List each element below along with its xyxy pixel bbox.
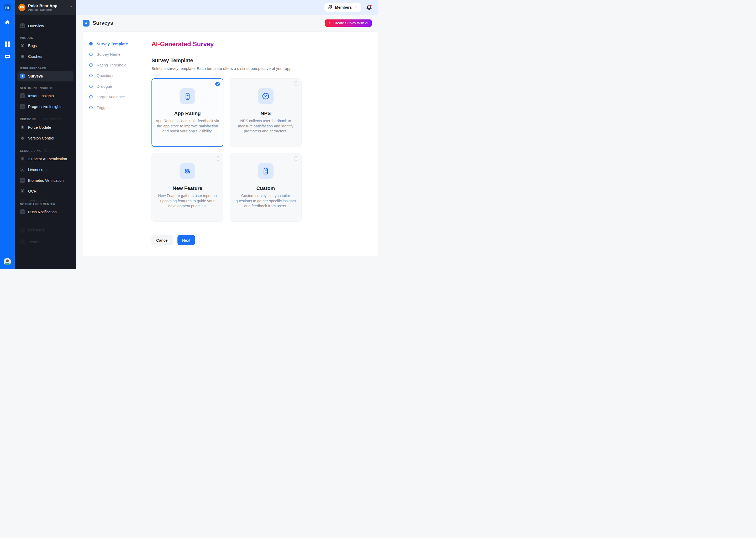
radio-unselected[interactable] [294, 81, 299, 86]
fingerprint-icon [20, 178, 25, 183]
step-survey-template[interactable]: Survey Template [89, 38, 145, 49]
ocr-scan-icon [20, 188, 25, 193]
page-title: Surveys [93, 20, 113, 26]
sidebar-item-progressive-insights[interactable]: Progressive Insights [17, 101, 73, 112]
step-dot [89, 63, 93, 67]
sidebar-item-instant-insights[interactable]: Instant Insights [17, 90, 73, 101]
shield-lock-icon [20, 156, 25, 161]
section-description: Select a survey template. Each template … [152, 66, 368, 71]
next-button[interactable]: Next [177, 235, 195, 245]
app-switcher[interactable]: PB Polar Bear App Android, SandBox [15, 0, 76, 15]
overview-icon [20, 24, 25, 28]
survey-wizard-panel: Survey Template Survey Name Rating Thres… [83, 31, 378, 256]
wizard-stepper: Survey Template Survey Name Rating Thres… [83, 31, 145, 256]
template-title: App Rating [152, 111, 223, 116]
app-root: PB PB Polar Bear App Android, SandBox [0, 0, 378, 269]
ghost-icon [20, 198, 25, 204]
chat-icon[interactable] [4, 54, 11, 60]
chevron-down-icon [354, 5, 358, 10]
wizard-content: AI-Generated Survey Survey Template Sele… [145, 31, 378, 256]
template-card-app-rating[interactable]: App Rating App Rating collects user feed… [152, 78, 223, 147]
members-icon [328, 4, 333, 10]
step-questions[interactable]: Questions [89, 71, 145, 81]
ghost-icon [20, 228, 25, 233]
phone-rating-icon [179, 88, 195, 104]
main-area: Members Surveys ✦ Create Survey With AI [76, 0, 378, 269]
app-avatar: PB [19, 4, 25, 11]
page-header: Surveys ✦ Create Survey With AI [76, 15, 378, 31]
ghost-item-testers: Testers [17, 237, 73, 247]
section-label-sentiment-insights: SENTIMENT INSIGHTS [20, 86, 71, 89]
sidebar-item-force-update[interactable]: Force Update [17, 122, 73, 133]
workspace-logo[interactable]: PB [4, 4, 11, 11]
bell-icon [20, 209, 25, 214]
step-dot [89, 74, 93, 77]
template-title: NPS [230, 111, 301, 116]
clipboard-icon [258, 163, 273, 179]
workspace: Survey Template Survey Name Rating Thres… [76, 31, 378, 269]
template-description: New Feature gathers user input on upcomi… [155, 193, 220, 209]
ghost-item-test-suites: Test Suites [17, 196, 73, 205]
step-dot [89, 106, 93, 109]
crash-icon [20, 54, 25, 59]
step-rating-threshold[interactable]: Rating Threshold [89, 60, 145, 71]
template-grid: App Rating App Rating collects user feed… [152, 78, 368, 222]
ghost-item-releases: Releases [17, 225, 73, 235]
radio-unselected[interactable] [294, 156, 299, 161]
surveys-star-icon [20, 74, 25, 79]
step-survey-name[interactable]: Survey Name [89, 49, 145, 60]
sidebar-item-version-control[interactable]: Version Control [17, 133, 73, 143]
template-card-nps[interactable]: NPS NPS collects user feedback to measur… [230, 78, 302, 147]
members-button[interactable]: Members [324, 3, 361, 12]
radio-unselected[interactable] [216, 156, 220, 161]
sidebar-item-surveys[interactable]: Surveys [17, 71, 73, 81]
bug-icon [20, 43, 25, 48]
sidebar-item-liveness[interactable]: Liveness re [17, 164, 73, 175]
sidebar: PB Polar Bear App Android, SandBox Overv… [15, 0, 76, 269]
ai-generated-survey-badge: AI-Generated Survey [152, 40, 214, 48]
template-card-custom[interactable]: Custom Custom surveys let you tailor que… [230, 153, 302, 222]
step-dot [89, 53, 93, 56]
section-label-product: PRODUCT [20, 36, 71, 39]
sidebar-item-overview[interactable]: Overview [17, 21, 73, 31]
ghost-text: essive Insights [39, 117, 63, 121]
grid-plus-icon [179, 163, 195, 179]
gauge-icon [258, 88, 273, 104]
top-bar: Members [76, 0, 378, 15]
section-label-versions: VERSIONS essive Insights [20, 117, 71, 121]
step-dialogue[interactable]: Dialogue [89, 81, 145, 92]
step-trigger[interactable]: Trigger [89, 102, 145, 113]
link-icon [20, 104, 25, 109]
create-survey-with-ai-button[interactable]: ✦ Create Survey With AI [325, 20, 372, 27]
notifications-bell-icon[interactable] [366, 4, 372, 11]
template-description: Custom surveys let you tailor questions … [234, 193, 298, 209]
step-dot [89, 84, 93, 88]
user-avatar[interactable] [4, 258, 11, 265]
template-title: Custom [230, 186, 301, 191]
apps-grid-icon[interactable] [4, 41, 11, 47]
face-scan-icon [20, 167, 25, 172]
sidebar-item-2fa[interactable]: 2 Factor Authentication [17, 153, 73, 164]
sidebar-nav: Overview PRODUCT Bugs Crashes USER FEEDB… [15, 15, 76, 269]
sidebar-item-ocr[interactable]: OCR [17, 186, 73, 196]
template-title: New Feature [152, 186, 223, 191]
sidebar-item-bugs[interactable]: Bugs [17, 40, 73, 51]
cube-icon [20, 135, 25, 140]
selected-check-icon[interactable] [215, 82, 220, 86]
sidebar-item-push-notification[interactable]: Push Notification [17, 206, 73, 217]
sidebar-item-biometric-verification[interactable]: Biometric Verification [17, 175, 73, 186]
step-target-audience[interactable]: Target Audience [89, 92, 145, 102]
template-description: NPS collects user feedback to measure sa… [234, 119, 298, 134]
cancel-button[interactable]: Cancel [152, 235, 173, 245]
section-title: Survey Template [152, 58, 368, 64]
home-icon[interactable] [4, 19, 11, 25]
ghost-icon [20, 239, 25, 244]
sparkle-icon: ✦ [328, 21, 331, 25]
surveys-star-icon [83, 20, 89, 27]
app-name: Polar Bear App [28, 3, 66, 8]
template-card-new-feature[interactable]: New Feature New Feature gathers user inp… [152, 153, 223, 222]
sidebar-item-crashes[interactable]: Crashes [17, 51, 73, 62]
rail-divider [4, 33, 10, 33]
ghost-text: Control [44, 148, 55, 153]
app-subtitle: Android, SandBox [28, 8, 66, 11]
